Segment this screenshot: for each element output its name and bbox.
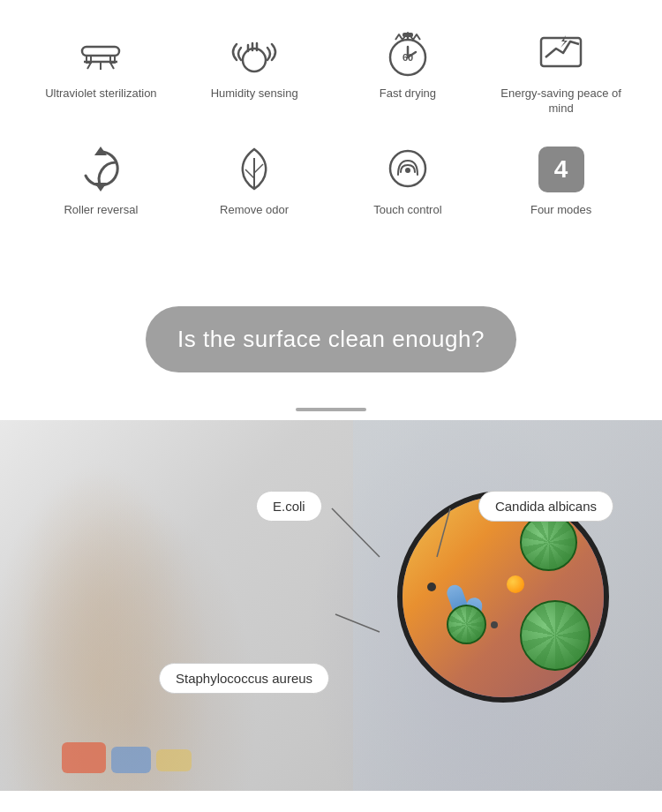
laundry-blue bbox=[111, 747, 151, 773]
laundry-items bbox=[62, 742, 192, 773]
bacteria-inner bbox=[402, 496, 604, 697]
modes-number: 4 bbox=[538, 147, 584, 192]
laundry-yellow bbox=[156, 749, 192, 771]
svg-line-5 bbox=[87, 63, 91, 69]
svg-text:60: 60 bbox=[402, 52, 413, 63]
dot-connector-2 bbox=[491, 621, 498, 628]
section-divider bbox=[296, 408, 366, 411]
germ-1 bbox=[520, 514, 577, 571]
svg-point-25 bbox=[405, 168, 410, 173]
feature-fast-drying: 60 Fast drying bbox=[334, 18, 483, 125]
remove-odor-icon bbox=[228, 143, 281, 196]
fast-drying-label: Fast drying bbox=[380, 86, 436, 102]
humidity-icon bbox=[228, 26, 281, 79]
feature-ultraviolet: Ultraviolet sterilization bbox=[26, 18, 176, 125]
banner-text: Is the surface clean enough? bbox=[177, 326, 485, 352]
touch-control-icon bbox=[381, 143, 434, 196]
bacteria-section: E.coli Candida albicans Staphylococcus a… bbox=[0, 420, 662, 791]
ecoli-label: E.coli bbox=[273, 499, 305, 514]
touch-control-label: Touch control bbox=[373, 203, 441, 218]
svg-line-22 bbox=[254, 164, 263, 173]
svg-marker-19 bbox=[94, 147, 107, 155]
child-figure bbox=[0, 420, 247, 791]
candida-label: Candida albicans bbox=[495, 499, 597, 514]
bacteria-circle bbox=[397, 491, 609, 703]
four-modes-label: Four modes bbox=[530, 203, 591, 218]
energy-label: Energy-saving peace of mind bbox=[491, 86, 631, 117]
ultraviolet-label: Ultraviolet sterilization bbox=[45, 86, 156, 102]
candida-callout: Candida albicans bbox=[478, 491, 613, 522]
ultraviolet-icon bbox=[74, 26, 127, 79]
staph-callout: Staphylococcus aureus bbox=[159, 663, 329, 694]
svg-point-7 bbox=[243, 49, 266, 71]
ecoli-callout: E.coli bbox=[256, 491, 322, 522]
feature-four-modes: 4 Four modes bbox=[486, 134, 636, 227]
four-modes-icon: 4 bbox=[535, 143, 588, 196]
roller-reversal-icon bbox=[74, 143, 127, 196]
feature-energy-saving: Energy-saving peace of mind bbox=[486, 18, 636, 125]
circle-bg bbox=[402, 496, 604, 697]
germ-3 bbox=[447, 605, 486, 644]
feature-humidity: Humidity sensing bbox=[180, 18, 329, 125]
remove-odor-label: Remove odor bbox=[220, 203, 289, 218]
svg-line-6 bbox=[110, 63, 114, 69]
energy-saving-icon bbox=[535, 26, 588, 79]
feature-roller-reversal: Roller reversal bbox=[26, 134, 176, 227]
humidity-label: Humidity sensing bbox=[211, 86, 298, 102]
germ-2 bbox=[520, 600, 591, 671]
staph-label: Staphylococcus aureus bbox=[176, 671, 312, 686]
feature-touch-control: Touch control bbox=[334, 134, 483, 227]
svg-line-23 bbox=[245, 169, 254, 178]
roller-reversal-label: Roller reversal bbox=[64, 203, 138, 218]
surface-banner: Is the surface clean enough? bbox=[146, 306, 516, 372]
feature-remove-odor: Remove odor bbox=[180, 134, 329, 227]
svg-marker-20 bbox=[94, 183, 107, 192]
features-grid: Ultraviolet sterilization Humidity sensi… bbox=[0, 0, 662, 236]
laundry-red bbox=[62, 742, 106, 773]
dot-connector-1 bbox=[427, 583, 436, 591]
fast-drying-icon: 60 bbox=[381, 26, 434, 79]
svg-rect-0 bbox=[82, 47, 119, 56]
bacteria-dot bbox=[507, 575, 524, 593]
